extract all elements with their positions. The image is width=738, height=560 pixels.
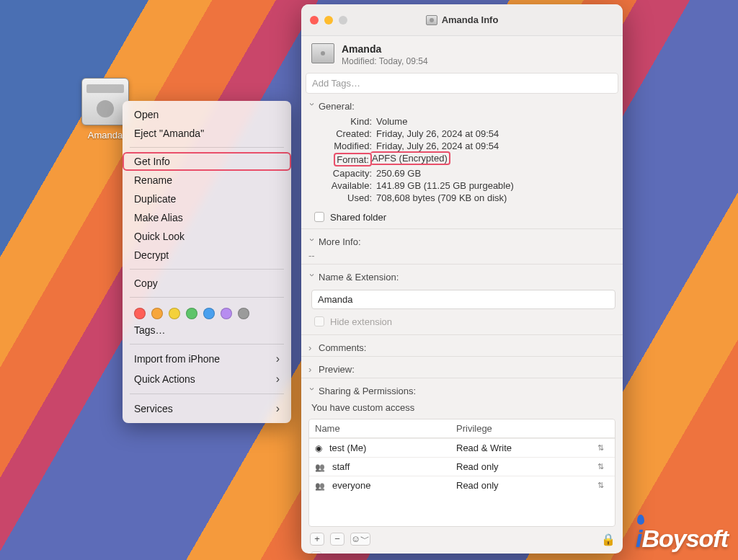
general-grid: Kind: Volume Created: Friday, July 26, 2… <box>301 115 623 208</box>
tag-dot-orange[interactable] <box>151 308 163 319</box>
remove-user-button[interactable]: − <box>330 533 344 546</box>
tag-dot-red[interactable] <box>134 308 146 319</box>
label-capacity: Capacity: <box>308 168 372 179</box>
chevron-down-icon: › <box>307 102 318 110</box>
menu-quick-look[interactable]: Quick Look <box>123 227 291 246</box>
section-preview-toggle[interactable]: › Preview: <box>301 356 623 378</box>
disk-icon <box>426 15 437 25</box>
menu-copy[interactable]: Copy <box>123 274 291 293</box>
person-icon <box>315 443 325 453</box>
hide-extension-label: Hide extension <box>330 316 392 327</box>
add-user-button[interactable]: + <box>310 533 324 546</box>
modified-subtitle: Modified: Today, 09:54 <box>342 56 428 67</box>
tag-dot-blue[interactable] <box>203 308 215 319</box>
tag-dot-gray[interactable] <box>238 308 249 319</box>
value-used: 708,608 bytes (709 KB on disk) <box>376 192 615 203</box>
col-name: Name <box>315 423 452 434</box>
ignore-ownership-label: Ignore ownership on this volume <box>327 551 462 554</box>
menu-import-iphone[interactable]: Import from iPhone <box>123 349 291 369</box>
menu-tag-colors <box>123 302 291 321</box>
label-format: Format: <box>334 153 372 166</box>
minimize-button[interactable] <box>324 16 333 25</box>
menu-eject[interactable]: Eject "Amanda" <box>123 124 291 143</box>
chevron-down-icon: › <box>307 273 318 280</box>
privilege-select[interactable]: Read & Write <box>456 443 593 453</box>
section-more-info-toggle[interactable]: › More Info: <box>301 228 623 250</box>
shared-folder-checkbox[interactable] <box>314 212 324 222</box>
value-format: APFS (Encrypted) <box>370 151 450 165</box>
value-capacity: 250.69 GB <box>376 168 615 179</box>
menu-separator <box>130 269 284 270</box>
section-name-ext-toggle[interactable]: › Name & Extension: <box>301 264 623 285</box>
context-menu: Open Eject "Amanda" Get Info Rename Dupl… <box>123 101 291 423</box>
label-used: Used: <box>308 192 372 203</box>
menu-decrypt[interactable]: Decrypt <box>123 246 291 265</box>
privilege-select[interactable]: Read only <box>456 461 593 472</box>
value-kind: Volume <box>376 116 615 127</box>
window-title: Amanda Info <box>301 14 623 25</box>
menu-quick-actions[interactable]: Quick Actions <box>123 369 291 389</box>
section-general-toggle[interactable]: › General: <box>301 94 623 115</box>
menu-rename[interactable]: Rename <box>123 171 291 190</box>
value-created: Friday, July 26, 2024 at 09:54 <box>376 128 615 139</box>
volume-name: Amanda <box>342 43 428 56</box>
zoom-button[interactable] <box>339 16 347 25</box>
shared-folder-label: Shared folder <box>330 212 386 223</box>
hide-extension-checkbox <box>314 316 324 326</box>
menu-separator <box>130 344 284 345</box>
value-modified: Friday, July 26, 2024 at 09:54 <box>376 141 615 151</box>
chevron-right-icon: › <box>308 342 316 353</box>
permissions-row[interactable]: test (Me) Read & Write ⇅ <box>309 438 615 457</box>
window-controls <box>310 16 347 25</box>
info-header: Amanda Modified: Today, 09:54 <box>301 36 623 73</box>
privilege-select[interactable]: Read only <box>456 480 593 491</box>
label-modified: Modified: <box>308 141 372 151</box>
more-info-value: -- <box>301 250 623 264</box>
updown-icon[interactable]: ⇅ <box>597 481 609 490</box>
tag-dot-green[interactable] <box>186 308 197 319</box>
disk-icon <box>311 43 334 65</box>
tag-dot-yellow[interactable] <box>169 308 180 319</box>
menu-services[interactable]: Services <box>123 399 291 419</box>
chevron-down-icon: › <box>307 387 318 394</box>
menu-make-alias[interactable]: Make Alias <box>123 208 291 227</box>
tags-input[interactable]: Add Tags… <box>306 73 618 94</box>
close-button[interactable] <box>310 16 319 25</box>
menu-separator <box>130 297 284 298</box>
permissions-blank <box>309 494 615 526</box>
ignore-ownership-checkbox <box>311 551 321 554</box>
permissions-summary: You have custom access <box>301 399 623 419</box>
lock-icon[interactable]: 🔒 <box>601 533 614 546</box>
label-kind: Kind: <box>308 116 372 127</box>
info-window: Amanda Info Amanda Modified: Today, 09:5… <box>301 4 623 554</box>
menu-duplicate[interactable]: Duplicate <box>123 190 291 208</box>
section-comments-toggle[interactable]: › Comments: <box>301 334 623 356</box>
updown-icon[interactable]: ⇅ <box>597 462 609 471</box>
menu-separator <box>130 394 284 394</box>
tag-dot-purple[interactable] <box>221 308 232 319</box>
menu-open[interactable]: Open <box>123 105 291 124</box>
menu-get-info[interactable]: Get Info <box>123 152 291 171</box>
group-icon <box>315 480 328 491</box>
permissions-table: Name Privilege test (Me) Read & Write ⇅ … <box>308 419 615 527</box>
menu-tags[interactable]: Tags… <box>123 321 291 339</box>
chevron-down-icon: › <box>307 238 318 245</box>
action-menu-button[interactable]: ☺︎﹀ <box>350 533 370 546</box>
group-icon <box>315 461 328 472</box>
watermark: iBoysoft <box>636 525 728 553</box>
chevron-right-icon: › <box>308 364 316 375</box>
label-created: Created: <box>308 128 372 139</box>
name-extension-input[interactable]: Amanda <box>311 290 615 309</box>
section-sharing-toggle[interactable]: › Sharing & Permissions: <box>301 378 623 399</box>
permissions-row[interactable]: everyone Read only ⇅ <box>309 476 615 494</box>
permissions-row[interactable]: staff Read only ⇅ <box>309 457 615 476</box>
col-privilege: Privilege <box>456 423 593 434</box>
menu-separator <box>130 147 284 148</box>
titlebar[interactable]: Amanda Info <box>301 4 623 36</box>
updown-icon[interactable]: ⇅ <box>597 443 609 453</box>
label-available: Available: <box>308 180 372 191</box>
value-available: 141.89 GB (11.25 GB purgeable) <box>376 180 615 191</box>
